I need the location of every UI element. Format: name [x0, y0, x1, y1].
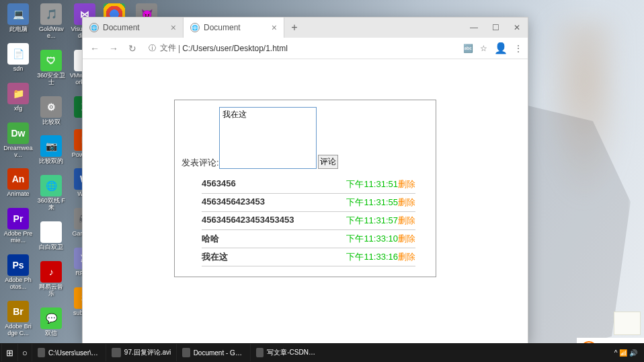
app-icon: ⚙: [40, 96, 62, 118]
delete-link[interactable]: 删除: [398, 251, 415, 263]
tab-title: Document: [204, 23, 241, 32]
icon-label: Dreamweav...: [3, 145, 33, 159]
desktop-icon[interactable]: PsAdobe Photos...: [3, 254, 33, 291]
menu-icon[interactable]: ⋮: [514, 44, 522, 53]
minimize-button[interactable]: —: [463, 17, 485, 38]
icon-label: 比较双的: [36, 158, 66, 165]
forward-button[interactable]: →: [107, 43, 120, 54]
url-prefix: 文件: [160, 42, 176, 54]
icon-label: Animate: [3, 191, 33, 198]
icon-label: 此电脑: [3, 26, 33, 33]
task-label: C:\Users\user\Deskt...: [48, 349, 100, 357]
icon-label: 360安全卫士: [36, 73, 66, 86]
add-tab-button[interactable]: +: [284, 17, 305, 38]
app-icon: Dw: [7, 122, 29, 144]
desktop-icon[interactable]: 🎵GoldWave...: [36, 3, 66, 40]
submit-button[interactable]: 评论: [318, 155, 338, 169]
comment-item: 4563456423453下午11:31:55删除: [202, 194, 415, 212]
tab-title: Document: [103, 23, 140, 32]
task-label: 写文章-CSDN博客 - ...: [267, 348, 319, 357]
desktop-icon[interactable]: ⚙比较双: [36, 96, 66, 126]
comment-item: 4563456423453453453下午11:31:57删除: [202, 212, 415, 230]
comment-item: 4563456下午11:31:51删除: [202, 176, 415, 194]
desktop-icon[interactable]: 📄sdn: [3, 43, 33, 73]
icon-label: Adobe Photos...: [3, 277, 33, 291]
desktop-icon[interactable]: PrAdobe Premie...: [3, 208, 33, 244]
close-icon[interactable]: ×: [171, 22, 176, 33]
desktop-icon[interactable]: 💬双信: [36, 307, 66, 337]
icon-label: Adobe Premie...: [3, 231, 33, 244]
app-icon: An: [7, 168, 29, 190]
desktop-icon[interactable]: 💻此电脑: [3, 3, 33, 33]
app-icon: 📷: [40, 135, 62, 157]
reload-button[interactable]: ↻: [126, 43, 139, 54]
app-icon: Br: [7, 301, 29, 322]
start-button[interactable]: ⊞: [1, 344, 17, 361]
taskbar-item[interactable]: Document - Google...: [176, 344, 250, 361]
delete-link[interactable]: 删除: [398, 178, 415, 190]
task-label: Document - Google...: [194, 349, 245, 357]
close-window-button[interactable]: ✕: [506, 17, 528, 38]
close-icon[interactable]: ×: [272, 22, 277, 33]
translate-icon[interactable]: 🔤: [463, 44, 473, 53]
page-content: 发表评论: 评论 4563456下午11:31:51删除456345642345…: [83, 59, 528, 343]
browser-window: 🌐 Document × 🌐 Document × + — ☐ ✕ ← → ↻ …: [82, 17, 528, 344]
app-icon: 💻: [7, 3, 29, 25]
profile-icon[interactable]: 👤: [494, 42, 508, 55]
globe-icon: 🌐: [89, 23, 99, 32]
icon-label: sdn: [3, 66, 33, 73]
desktop-icon[interactable]: 🌐360双线 F来: [36, 175, 66, 211]
taskbar-item[interactable]: C:\Users\user\Deskt...: [32, 344, 106, 361]
comment-item: 哈哈下午11:33:10删除: [202, 230, 415, 248]
icon-label: 白白双卫: [36, 244, 66, 251]
app-icon: 🛡: [40, 50, 62, 71]
system-tray[interactable]: ^ 📶 🔊: [614, 349, 643, 357]
task-icon: [256, 348, 264, 357]
app-icon: Pr: [7, 208, 29, 229]
icon-label: Adobe Bridge C...: [3, 324, 33, 337]
task-icon: ○: [22, 348, 28, 358]
app-icon: 📄: [7, 43, 29, 65]
comment-time: 下午11:33:16: [346, 251, 398, 263]
task-icon: [38, 348, 45, 357]
bookmark-icon[interactable]: ☆: [480, 44, 487, 53]
icon-label: 双信: [36, 330, 66, 337]
tab-1[interactable]: 🌐 Document ×: [184, 17, 284, 38]
comment-text: 4563456: [202, 178, 236, 190]
maximize-button[interactable]: ☐: [485, 17, 506, 38]
desktop-icon[interactable]: 🛡360安全卫士: [36, 50, 66, 86]
app-icon: 💬: [40, 307, 62, 329]
taskbar-item[interactable]: 97.回复评论.avi: [106, 344, 176, 361]
comment-item: 我在这下午11:33:16删除: [202, 248, 415, 266]
desktop-icon[interactable]: ♪网易云音乐: [36, 261, 66, 297]
desktop-icon[interactable]: 📁xfg: [3, 83, 33, 112]
delete-link[interactable]: 删除: [398, 215, 415, 227]
desktop-icon[interactable]: 📷比较双的: [36, 135, 66, 165]
info-icon: ⓘ: [149, 43, 156, 53]
delete-link[interactable]: 删除: [398, 233, 415, 245]
comment-time: 下午11:33:10: [346, 233, 398, 245]
desktop-icon[interactable]: BrAdobe Bridge C...: [3, 301, 33, 337]
comment-time: 下午11:31:51: [346, 178, 398, 190]
comment-list: 4563456下午11:31:51删除4563456423453下午11:31:…: [202, 176, 415, 266]
back-button[interactable]: ←: [88, 43, 102, 54]
taskbar-item[interactable]: 写文章-CSDN博客 - ...: [250, 344, 324, 361]
url-text: C:/Users/user/Desktop/1.html: [182, 44, 288, 53]
cortana-button[interactable]: ○: [17, 344, 32, 361]
comment-text: 4563456423453453453: [202, 215, 294, 227]
task-label: 97.回复评论.avi: [124, 348, 171, 357]
url-bar[interactable]: ⓘ 文件 | C:/Users/user/Desktop/1.html: [145, 42, 458, 54]
app-icon: 🌐: [40, 175, 62, 196]
comment-time: 下午11:31:57: [346, 215, 398, 227]
tab-0[interactable]: 🌐 Document ×: [83, 17, 184, 38]
desktop-icon[interactable]: DwDreamweav...: [3, 122, 33, 159]
desktop-icon[interactable]: ∞白白双卫: [36, 221, 66, 251]
icon-label: 网易云音乐: [36, 284, 66, 297]
plant-watermark: [614, 312, 641, 335]
delete-link[interactable]: 删除: [398, 196, 415, 209]
icon-label: 比较双: [36, 119, 66, 126]
comment-text: 哈哈: [202, 233, 219, 245]
desktop-icon[interactable]: AnAnimate: [3, 168, 33, 198]
task-icon: ⊞: [6, 348, 13, 358]
comment-textarea[interactable]: [219, 107, 317, 169]
